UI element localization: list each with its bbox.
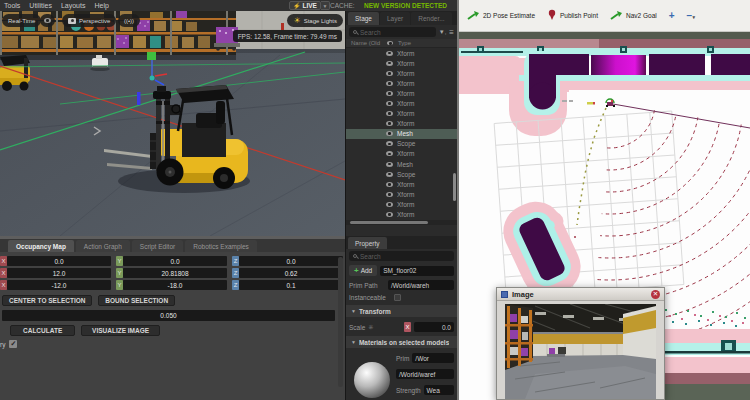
coordinate-field-y[interactable]: 0.0 <box>123 256 227 266</box>
visibility-eye-icon[interactable] <box>386 212 393 217</box>
coordinate-field-y[interactable]: -18.0 <box>123 280 227 290</box>
stage-tree-row[interactable]: Xform <box>346 88 457 98</box>
prim-path-field[interactable]: /World/wareh <box>388 280 454 290</box>
image-panel[interactable]: Image ✕ <box>496 287 665 400</box>
stage-tree-row[interactable]: Xform <box>346 210 457 220</box>
coordinate-field-z[interactable]: 0.1 <box>239 280 343 290</box>
stage-search-input[interactable]: Search <box>349 27 436 37</box>
menu-tools[interactable]: Tools <box>4 2 20 9</box>
stage-tree-row[interactable]: Xform <box>346 48 457 58</box>
menu-utilities[interactable]: Utilities <box>29 2 52 9</box>
add-property-button[interactable]: +Add <box>349 265 377 276</box>
prim-name-field[interactable]: SM_floor02 <box>380 266 454 276</box>
realtime-mode-button[interactable]: Real-Time <box>2 14 41 27</box>
visibility-eye-icon[interactable] <box>386 192 393 197</box>
material-prim-field[interactable]: /Wor <box>412 353 454 363</box>
tab-render[interactable]: Render... <box>411 12 451 25</box>
plus-icon: + <box>669 10 675 21</box>
visibility-eye-icon[interactable] <box>386 51 393 56</box>
scale-x-field[interactable]: 0.0 <box>414 322 454 332</box>
stage-tree-row[interactable]: Scope <box>346 139 457 149</box>
rviz-window: 2D Pose EstimatePublish PointNav2 Goal+−… <box>457 0 750 400</box>
link-icon[interactable]: ⎈ <box>368 323 373 331</box>
strength-field[interactable]: Wea <box>424 385 454 395</box>
center-to-selection-button[interactable]: CENTER TO SELECTION <box>2 295 92 306</box>
visibility-eye-icon[interactable] <box>386 121 393 126</box>
stage-tree-row[interactable]: Mesh <box>346 159 457 169</box>
stage-tree-row[interactable]: Scope <box>346 169 457 179</box>
geometry-checkbox[interactable]: ✓ <box>9 340 17 348</box>
coordinate-field-x[interactable]: 12.0 <box>7 268 111 278</box>
stage-tree-row[interactable]: Xform <box>346 98 457 108</box>
visibility-eye-icon[interactable] <box>386 131 393 136</box>
visibility-eye-icon[interactable] <box>386 111 393 116</box>
render-settings-button[interactable]: ((•)) <box>118 14 140 27</box>
calculate-button[interactable]: CALCULATE <box>10 325 75 336</box>
image-panel-titlebar[interactable]: Image ✕ <box>497 288 664 301</box>
tab-property[interactable]: Property <box>348 237 387 249</box>
stage-tree-row[interactable]: Xform <box>346 109 457 119</box>
bottom-tab-action-graph[interactable]: Action Graph <box>76 240 130 252</box>
menu-layouts[interactable]: Layouts <box>61 2 86 9</box>
close-icon[interactable]: ✕ <box>651 290 660 299</box>
visibility-eye-icon[interactable] <box>386 182 393 187</box>
stage-tree-row[interactable]: Xform <box>346 179 457 189</box>
stage-vertical-scrollbar[interactable] <box>453 173 456 201</box>
filter-icon[interactable]: ▼, <box>439 29 447 35</box>
stage-tree-row[interactable]: Xform <box>346 78 457 88</box>
bottom-tab-script-editor[interactable]: Script Editor <box>132 240 183 252</box>
visibility-eye-icon[interactable] <box>386 81 393 86</box>
visibility-eye-icon[interactable] <box>386 101 393 106</box>
coordinate-field-x[interactable]: 0.0 <box>7 256 111 266</box>
bottom-tab-robotics-examples[interactable]: Robotics Examples <box>185 240 257 252</box>
visibility-eye-icon[interactable] <box>386 162 393 167</box>
property-search-input[interactable]: Search <box>349 251 454 261</box>
bound-selection-button[interactable]: BOUND SELECTION <box>98 295 175 306</box>
cell-size-input[interactable]: 0.050 <box>2 310 335 321</box>
visualize-image-button[interactable]: VISUALIZE IMAGE <box>81 325 160 336</box>
live-dropdown-caret[interactable]: ▼ <box>321 1 330 10</box>
visibility-eye-icon[interactable] <box>386 172 393 177</box>
new-version-banner[interactable]: NEW VERSION DETECTED <box>364 2 447 9</box>
visibility-eye-icon[interactable] <box>386 151 393 156</box>
stage-tree-row[interactable]: Xform <box>346 119 457 129</box>
rviz-tool--[interactable]: + <box>669 10 675 21</box>
visibility-eye-icon[interactable] <box>386 202 393 207</box>
rviz-toolbar: 2D Pose EstimatePublish PointNav2 Goal+−… <box>459 0 750 32</box>
coordinate-field-z[interactable]: 0.62 <box>239 268 343 278</box>
coordinate-field-z[interactable]: 0.0 <box>239 256 343 266</box>
viewport-3d[interactable]: Real-Time Perspective ((•)) ☀Stage Light… <box>0 11 345 236</box>
visibility-eye-icon[interactable] <box>386 71 393 76</box>
stage-tree-row[interactable]: Xform <box>346 68 457 78</box>
visibility-button[interactable] <box>40 14 55 27</box>
menu-help[interactable]: Help <box>94 2 108 9</box>
stage-tree-row[interactable]: Xform <box>346 189 457 199</box>
stage-lights-button[interactable]: ☀Stage Lights <box>287 14 343 27</box>
panel-scrollbar[interactable] <box>338 257 343 387</box>
prim-path-label: Prim Path <box>349 282 385 289</box>
live-button[interactable]: ⚡LIVE <box>289 1 321 10</box>
tab-stage[interactable]: Stage <box>348 12 379 25</box>
rviz-tool--[interactable]: −▾ <box>687 10 695 21</box>
coordinate-field-x[interactable]: -12.0 <box>7 280 111 290</box>
bottom-tab-occupancy-map[interactable]: Occupancy Map <box>8 240 74 252</box>
stage-tree-row[interactable]: Xform <box>346 199 457 209</box>
rviz-tool-nav2-goal[interactable]: Nav2 Goal <box>610 10 657 22</box>
materials-section-header[interactable]: ▼Materials on selected models <box>346 336 457 348</box>
camera-perspective-button[interactable]: Perspective <box>62 14 116 27</box>
tab-layer[interactable]: Layer <box>380 12 410 25</box>
transform-section-header[interactable]: ▼Transform <box>346 305 457 317</box>
visibility-eye-icon[interactable] <box>386 91 393 96</box>
visibility-eye-icon[interactable] <box>386 61 393 66</box>
stage-tree-row[interactable]: Xform <box>346 149 457 159</box>
stage-tree-row[interactable]: Mesh <box>346 129 457 139</box>
stage-tree-row[interactable]: Xform <box>346 58 457 68</box>
material-path-field[interactable]: /World/waref <box>396 369 454 379</box>
rviz-tool-publish-point[interactable]: Publish Point <box>547 9 598 22</box>
coordinate-field-y[interactable]: 20.81808 <box>123 268 227 278</box>
stage-horizontal-scrollbar[interactable] <box>346 220 457 225</box>
instanceable-checkbox[interactable] <box>394 294 401 301</box>
rviz-tool-2d-pose-estimate[interactable]: 2D Pose Estimate <box>467 10 535 22</box>
options-icon[interactable]: ≡ <box>449 28 454 37</box>
visibility-eye-icon[interactable] <box>386 141 393 146</box>
